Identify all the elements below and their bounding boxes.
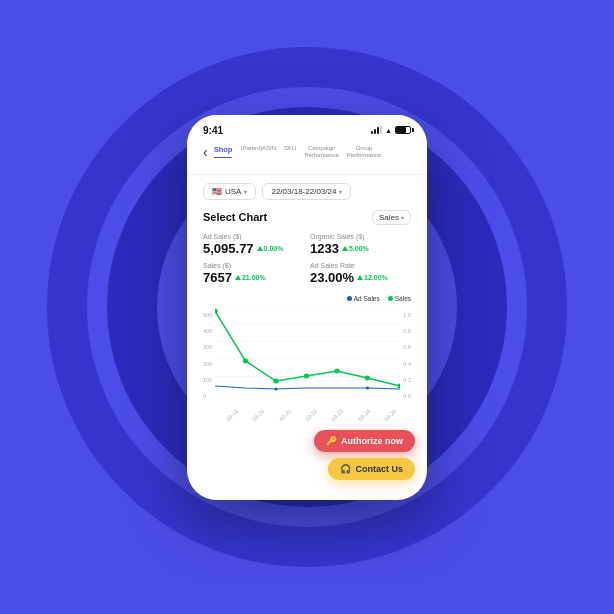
dot-6 xyxy=(365,375,370,380)
metric-ad-sales-rate-label: Ad Sales Rate xyxy=(310,262,411,269)
authorize-icon: 🔑 xyxy=(326,436,337,446)
ad-sales-number: 5,095.77 xyxy=(203,241,254,256)
dot-1 xyxy=(215,308,218,313)
signal-bar-4 xyxy=(380,126,382,134)
metric-ad-sales-value: 5,095.77 0.00% xyxy=(203,241,304,256)
sales-filter[interactable]: Sales ▾ xyxy=(372,210,411,225)
wifi-icon: ▲ xyxy=(385,127,392,134)
metric-sales: Sales ($) 7657 21.00% xyxy=(203,262,304,285)
dot-5 xyxy=(334,368,339,373)
metric-ad-sales-rate: Ad Sales Rate 23.00% 12.00% xyxy=(310,262,411,285)
y-right-3: 0.6 xyxy=(403,344,411,350)
y-right-4: 0.8 xyxy=(403,328,411,334)
usa-flag: 🇺🇸 xyxy=(212,187,222,196)
legend-label-sales: Sales xyxy=(395,295,411,302)
status-bar: 9:41 ▲ xyxy=(203,125,411,136)
dot-2 xyxy=(243,358,248,363)
y-right-5: 1.0 xyxy=(403,312,411,318)
sales-filter-label: Sales xyxy=(379,213,399,222)
date-filter[interactable]: 22/03/18-22/03/24 ▾ xyxy=(262,183,351,200)
divider xyxy=(187,174,427,175)
contact-button[interactable]: 🎧 Contact Us xyxy=(328,458,415,480)
y-right-1: 0.2 xyxy=(403,377,411,383)
contact-icon: 🎧 xyxy=(340,464,351,474)
metric-sales-label: Sales ($) xyxy=(203,262,304,269)
y-right-0: 0.0 xyxy=(403,393,411,399)
metric-organic-sales-value: 1233 5.00% xyxy=(310,241,411,256)
metric-organic-sales: Organic Sales ($) 1233 5.00% xyxy=(310,233,411,256)
legend-ad-sales: Ad Sales xyxy=(347,295,380,302)
ad-sales-up-arrow xyxy=(257,246,263,251)
signal-icon xyxy=(371,126,382,134)
ad-sales-rate-up-arrow xyxy=(357,275,363,280)
ad-sales-rate-number: 23.00% xyxy=(310,270,354,285)
content-area: Select Chart Sales ▾ Ad Sales ($) 5,095.… xyxy=(187,204,427,420)
sales-filter-arrow: ▾ xyxy=(401,214,404,221)
y-left-4: 400 xyxy=(203,328,212,334)
phone-frame: 9:41 ▲ ‹ Shop xyxy=(187,115,427,500)
nav-bar: ‹ Shop (Parent)ASIN SKU CampaignPerforma… xyxy=(203,142,411,164)
authorize-button[interactable]: 🔑 Authorize now xyxy=(314,430,415,452)
organic-sales-up-arrow xyxy=(342,246,348,251)
y-left-0: 0 xyxy=(203,393,212,399)
chart-legend: Ad Sales Sales xyxy=(203,295,411,302)
metric-ad-sales-label: Ad Sales ($) xyxy=(203,233,304,240)
chart-svg xyxy=(215,306,400,406)
dot-3 xyxy=(273,378,278,383)
tab-group[interactable]: GroupPerformance xyxy=(347,145,381,158)
nav-tabs: Shop (Parent)ASIN SKU CampaignPerformanc… xyxy=(214,145,411,158)
signal-bar-1 xyxy=(371,131,373,134)
tab-parent-asin[interactable]: (Parent)ASIN xyxy=(240,145,276,152)
sales-number: 7657 xyxy=(203,270,232,285)
phone-top: 9:41 ▲ ‹ Shop xyxy=(187,115,427,170)
tab-shop[interactable]: Shop xyxy=(214,145,233,158)
region-dropdown-arrow: ▾ xyxy=(244,188,247,195)
organic-sales-change: 5.00% xyxy=(342,245,369,252)
legend-label-ad-sales: Ad Sales xyxy=(354,295,380,302)
dot-4 xyxy=(304,373,309,378)
tab-sku[interactable]: SKU xyxy=(284,145,296,158)
battery-icon xyxy=(395,126,411,134)
metric-ad-sales: Ad Sales ($) 5,095.77 0.00% xyxy=(203,233,304,256)
section-header: Select Chart Sales ▾ xyxy=(203,210,411,225)
region-filter[interactable]: 🇺🇸 USA ▾ xyxy=(203,183,256,200)
status-time: 9:41 xyxy=(203,125,223,136)
ad-sales-change: 0.00% xyxy=(257,245,284,252)
date-dropdown-arrow: ▾ xyxy=(339,188,342,195)
y-left-5: 500 xyxy=(203,312,212,318)
sales-up-arrow xyxy=(235,275,241,280)
metric-sales-value: 7657 21.00% xyxy=(203,270,304,285)
region-label: USA xyxy=(225,187,241,196)
y-left-2: 200 xyxy=(203,361,212,367)
organic-sales-number: 1233 xyxy=(310,241,339,256)
action-buttons-area: 🔑 Authorize now 🎧 Contact Us xyxy=(187,420,427,484)
chart-lines xyxy=(215,306,400,394)
ad-sales-line xyxy=(215,386,400,389)
chart-container: 500 400 300 200 100 0 xyxy=(203,306,411,406)
metric-organic-sales-label: Organic Sales ($) xyxy=(310,233,411,240)
legend-sales: Sales xyxy=(388,295,411,302)
y-axis-left: 500 400 300 200 100 0 xyxy=(203,312,215,400)
legend-dot-ad-sales xyxy=(347,296,352,301)
chart-area: Ad Sales Sales 500 400 300 200 100 xyxy=(203,295,411,414)
tab-campaign[interactable]: CampaignPerformance xyxy=(304,145,338,158)
section-title: Select Chart xyxy=(203,211,267,223)
dot-7 xyxy=(398,383,401,388)
battery-fill xyxy=(396,127,406,133)
status-icons: ▲ xyxy=(371,126,411,134)
phone-wrapper: 9:41 ▲ ‹ Shop xyxy=(187,115,427,500)
y-axis-right: 1.0 0.8 0.6 0.4 0.2 0.0 xyxy=(400,312,411,400)
contact-label: Contact Us xyxy=(355,464,403,474)
y-right-2: 0.4 xyxy=(403,361,411,367)
blue-dot-1 xyxy=(275,387,278,390)
back-button[interactable]: ‹ xyxy=(203,144,208,160)
metrics-grid: Ad Sales ($) 5,095.77 0.00% Organic Sale… xyxy=(203,233,411,285)
signal-bar-3 xyxy=(377,127,379,134)
blue-dot-2 xyxy=(366,386,369,389)
metric-ad-sales-rate-value: 23.00% 12.00% xyxy=(310,270,411,285)
x-axis: 03-18 03-20 03-21 03-22 03-23 03-24 03-2… xyxy=(203,408,411,414)
signal-bar-2 xyxy=(374,129,376,134)
filters-row: 🇺🇸 USA ▾ 22/03/18-22/03/24 ▾ xyxy=(187,179,427,204)
authorize-label: Authorize now xyxy=(341,436,403,446)
y-left-3: 300 xyxy=(203,344,212,350)
